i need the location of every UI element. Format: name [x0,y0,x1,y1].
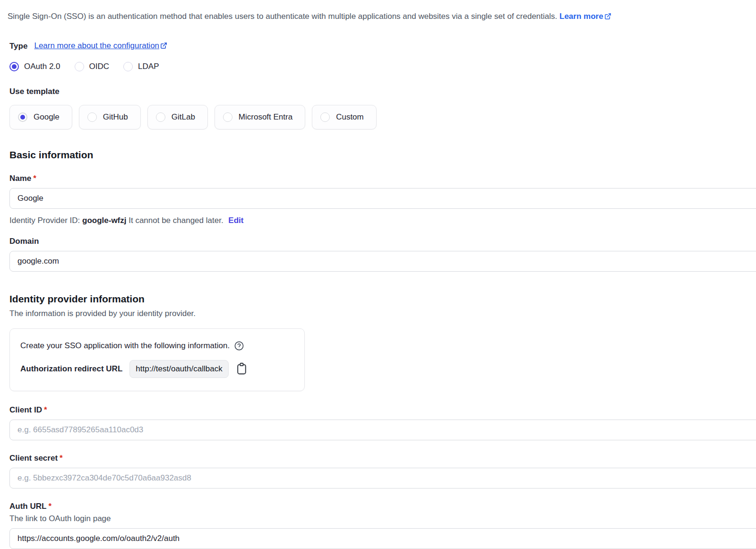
template-option-label: GitHub [103,112,128,122]
template-option-github[interactable]: GitHub [79,105,141,129]
client-id-label: Client ID* [9,405,756,415]
idp-note-prefix: Identity Provider ID: [9,216,80,225]
radio-unchecked-icon [223,112,232,122]
identity-provider-id-note: Identity Provider ID: google-wfzj It can… [9,216,756,225]
external-link-icon [604,12,611,23]
auth-url-input[interactable] [9,528,756,549]
clipboard-icon [236,362,248,375]
basic-information-heading: Basic information [9,149,756,161]
client-id-input[interactable] [9,420,756,440]
auth-url-label-text: Auth URL [9,502,46,511]
idp-id-value: google-wfzj [82,216,126,225]
client-id-label-text: Client ID [9,405,42,414]
type-option-label: LDAP [138,62,159,71]
configuration-help-label: Learn more about the configuration [34,41,159,50]
radio-checked-icon [9,62,19,71]
copy-button[interactable] [236,362,248,375]
client-secret-label: Client secret* [9,454,756,463]
template-option-google[interactable]: Google [9,105,72,129]
learn-more-label: Learn more [559,12,603,21]
radio-checked-icon [18,112,27,122]
required-mark: * [48,502,52,511]
info-card-text: Create your SSO application with the fol… [20,341,230,351]
configuration-help-link[interactable]: Learn more about the configuration [34,41,167,51]
template-option-microsoft-entra[interactable]: Microsoft Entra [215,105,305,129]
type-section-header: Type Learn more about the configuration [9,41,756,51]
idp-note-suffix: It cannot be changed later. [129,216,223,225]
type-option-oauth2[interactable]: OAuth 2.0 [9,62,60,71]
sso-description-text: Single Sign-On (SSO) is an authenticatio… [8,12,557,21]
edit-idp-id-link[interactable]: Edit [228,216,243,225]
use-template-label: Use template [9,87,756,96]
radio-unchecked-icon [156,112,165,122]
name-label-text: Name [9,174,31,183]
type-option-ldap[interactable]: LDAP [123,62,159,71]
sso-settings-page: Single Sign-On (SSO) is an authenticatio… [0,0,756,549]
auth-url-description: The link to OAuth login page [9,514,756,523]
type-option-label: OIDC [89,62,110,71]
external-link-icon [160,42,167,51]
type-label: Type [9,42,27,51]
client-secret-input[interactable] [9,468,756,489]
radio-unchecked-icon [320,112,330,122]
type-radio-group: OAuth 2.0 OIDC LDAP [9,62,756,71]
learn-more-link[interactable]: Learn more [559,12,611,21]
template-option-label: GitLab [172,112,195,122]
required-mark: * [33,174,36,183]
template-option-label: Custom [336,112,364,122]
template-option-custom[interactable]: Custom [312,105,377,129]
sso-description: Single Sign-On (SSO) is an authenticatio… [8,11,756,23]
name-label: Name* [9,174,756,183]
radio-unchecked-icon [87,112,97,122]
sso-application-info-card: Create your SSO application with the fol… [9,328,305,391]
authorization-redirect-value: http://test/oauth/callback [129,360,228,378]
template-option-gitlab[interactable]: GitLab [147,105,208,129]
help-icon[interactable] [234,341,244,351]
authorization-redirect-label: Authorization redirect URL [20,364,122,374]
type-option-oidc[interactable]: OIDC [75,62,110,71]
template-option-label: Google [34,112,60,122]
name-input[interactable] [9,188,756,209]
radio-unchecked-icon [75,62,84,71]
client-secret-label-text: Client secret [9,454,58,463]
required-mark: * [44,405,47,414]
radio-unchecked-icon [123,62,133,71]
template-option-label: Microsoft Entra [239,112,292,122]
authorization-redirect-row: Authorization redirect URL http://test/o… [20,360,294,378]
domain-label: Domain [9,237,756,246]
template-group: Google GitHub GitLab Microsoft Entra Cus… [9,105,756,129]
required-mark: * [60,454,63,463]
domain-input[interactable] [9,251,756,272]
idp-information-heading: Identity provider information [9,293,756,305]
idp-information-subtitle: The information is provided by your iden… [9,309,756,318]
type-option-label: OAuth 2.0 [24,62,60,71]
auth-url-label: Auth URL* [9,502,756,511]
info-card-text-row: Create your SSO application with the fol… [20,341,294,351]
